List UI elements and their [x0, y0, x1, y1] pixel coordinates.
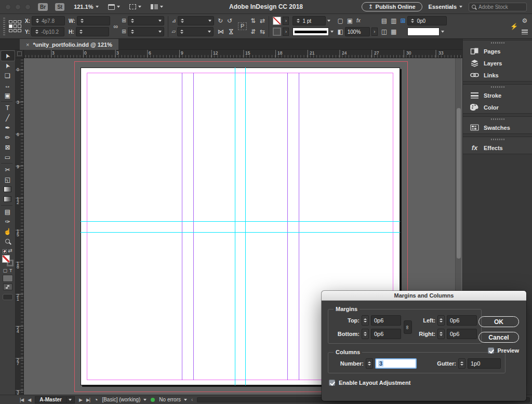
panel-button-stroke[interactable]: Stroke [463, 89, 532, 101]
opacity-more-button[interactable]: › [371, 28, 378, 36]
w-stepper[interactable] [79, 17, 85, 24]
top-stepper[interactable] [362, 315, 369, 326]
preflight-profile-select[interactable]: [Basic] (working) [102, 397, 147, 402]
panel-drag-handle[interactable] [3, 18, 5, 35]
formatting-affects-container-button[interactable]: ▢ [3, 268, 7, 273]
last-page-button[interactable]: ▶| [86, 397, 90, 402]
dock-group-drag-handle[interactable] [463, 137, 532, 142]
fill-more-button[interactable]: › [283, 17, 289, 25]
ruler-guide-horizontal-1[interactable] [81, 221, 400, 222]
line-tool[interactable]: ╱ [1, 113, 15, 123]
y-stepper[interactable] [34, 28, 39, 35]
zoom-window-button[interactable] [25, 4, 31, 10]
panel-button-layers[interactable]: Layers [463, 57, 532, 69]
close-tab-icon[interactable]: × [26, 42, 29, 48]
h-field[interactable] [76, 27, 109, 36]
w-field[interactable] [77, 16, 110, 25]
dialog-title[interactable]: Margins and Columns [322, 291, 526, 301]
rotation-angle-select[interactable] [178, 16, 214, 25]
gradient-swatch-tool[interactable] [1, 184, 15, 194]
chevron-down-icon[interactable] [330, 31, 334, 33]
note-tool[interactable]: ▤ [1, 207, 15, 217]
free-transform-tool[interactable]: ◱ [1, 174, 15, 184]
fill-color-swatch[interactable] [273, 17, 281, 25]
right-stepper[interactable] [437, 329, 445, 339]
gradient-feather-tool[interactable] [1, 194, 15, 204]
panel-button-color[interactable]: Color [463, 101, 532, 113]
reference-point-proxy[interactable] [9, 20, 21, 33]
offset-field[interactable]: 0p0 [407, 16, 447, 25]
default-fill-stroke-icon[interactable] [3, 249, 7, 253]
ruler-guide-vertical-1[interactable] [235, 68, 235, 385]
apply-color-button[interactable] [3, 275, 13, 282]
stock-button[interactable]: St [55, 3, 64, 11]
content-collector-tool[interactable]: ▣ [1, 90, 15, 100]
stroke-more-button[interactable]: › [283, 28, 289, 36]
minimize-window-button[interactable] [15, 4, 21, 10]
distribute-horizontal-button[interactable]: ⇄ [260, 18, 265, 24]
opacity-field[interactable]: 100% [345, 27, 370, 36]
gutter-field[interactable]: 1p0 [468, 358, 501, 369]
publish-online-button[interactable]: ↥ Publish Online [362, 2, 422, 11]
x-field[interactable]: 4p7.8 [32, 16, 65, 25]
preview-checkbox-row[interactable]: Preview [488, 347, 519, 354]
layout-adjustment-row[interactable]: Enable Layout Adjustment [328, 380, 520, 386]
bottom-margin-field[interactable]: 0p6 [371, 329, 401, 339]
right-margin-field[interactable]: 0p6 [447, 329, 477, 339]
effects-fx-button[interactable]: fx [356, 18, 361, 23]
y-field[interactable]: -0p10.2 [31, 27, 64, 36]
jump-object-button[interactable]: ▦ [391, 29, 396, 35]
number-stepper[interactable] [366, 358, 373, 369]
adobe-stock-search-input[interactable]: Adobe Stock [469, 3, 527, 11]
stroke-color-swatch[interactable] [273, 28, 281, 36]
ruler-guide-horizontal-2[interactable] [81, 232, 400, 233]
panel-menu-button[interactable] [522, 30, 528, 34]
drop-shadow-button[interactable]: ▣ [347, 18, 353, 24]
space-horizontal-button[interactable]: ⇆ [260, 29, 265, 35]
rectangle-frame-tool[interactable]: ⊠ [1, 142, 15, 152]
column-guide-2[interactable] [193, 73, 194, 380]
column-guide-1[interactable] [182, 73, 182, 380]
chevron-down-icon[interactable] [327, 20, 330, 22]
dock-group-drag-handle[interactable] [463, 41, 532, 45]
scissors-tool[interactable]: ✂ [1, 165, 15, 174]
quick-apply-button[interactable]: ⚡ [510, 23, 518, 30]
flip-vertical-button[interactable]: ⋈ [228, 29, 234, 35]
flip-horizontal-button[interactable]: ⋈ [218, 29, 224, 35]
pen-tool[interactable]: ✒ [1, 123, 15, 132]
top-margin-field[interactable]: 0p6 [371, 315, 401, 326]
screen-mode-select[interactable] [129, 4, 141, 9]
text-wrap-bounding-button[interactable]: ▥ [391, 18, 396, 24]
workspace-switcher[interactable]: Essentials [429, 4, 462, 10]
page-select[interactable]: A-Master [35, 396, 75, 403]
swap-fill-stroke-icon[interactable]: ⇄ [8, 248, 12, 253]
make-all-settings-same-link-icon[interactable]: ∞ [404, 320, 412, 334]
panel-button-pages[interactable]: Pages [463, 45, 532, 57]
zoom-tool[interactable] [1, 236, 15, 246]
previous-page-button[interactable]: ◀ [28, 397, 31, 402]
preflight-status-select[interactable]: No errors [159, 397, 187, 402]
text-wrap-none-button[interactable]: ▤ [381, 18, 387, 24]
document-layout-select[interactable] [151, 4, 163, 9]
first-page-button[interactable]: |◀ [20, 397, 23, 402]
left-stepper[interactable] [437, 315, 445, 326]
dock-group-drag-handle[interactable] [463, 85, 532, 89]
formatting-affects-text-button[interactable]: T [9, 268, 12, 273]
column-guide-3[interactable] [287, 73, 288, 380]
eyedropper-tool[interactable]: ✑ [1, 217, 15, 226]
bottom-stepper[interactable] [362, 329, 369, 339]
scroll-left-arrow[interactable]: ‹ [191, 397, 193, 402]
rotate-cw-button[interactable]: ↻ [218, 18, 223, 24]
rotate-ccw-button[interactable]: ↺ [227, 18, 232, 24]
pencil-tool[interactable]: ✏ [1, 132, 15, 142]
enable-layout-adjustment-checkbox[interactable] [329, 380, 335, 386]
panel-button-links[interactable]: Links [463, 69, 532, 81]
columns-number-field[interactable]: 3 [375, 358, 417, 369]
vertical-ruler[interactable]: 036912151821242730 [16, 58, 24, 395]
view-options-select[interactable] [108, 4, 120, 10]
preview-checkbox[interactable] [488, 347, 494, 354]
gutter-stepper[interactable] [458, 358, 466, 369]
hand-tool[interactable]: ☝ [1, 226, 15, 236]
scale-y-select[interactable] [128, 27, 164, 36]
wrap-around-object-button[interactable]: ◫ [381, 29, 387, 35]
